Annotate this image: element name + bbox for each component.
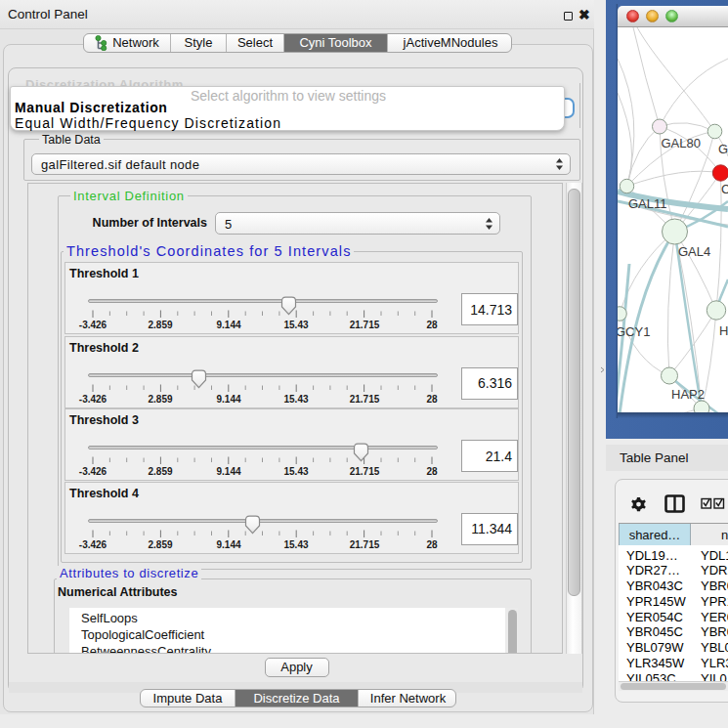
svg-text:GAL11: GAL11 — [628, 196, 667, 211]
svg-text:GA: GA — [718, 142, 728, 156]
svg-text:H: H — [719, 323, 728, 338]
svg-text:GCY1: GCY1 — [618, 324, 650, 339]
svg-text:GAL4: GAL4 — [678, 244, 710, 259]
svg-text:GAL80: GAL80 — [662, 136, 701, 150]
svg-text:HAP2: HAP2 — [671, 387, 705, 402]
svg-text:C: C — [721, 182, 728, 196]
